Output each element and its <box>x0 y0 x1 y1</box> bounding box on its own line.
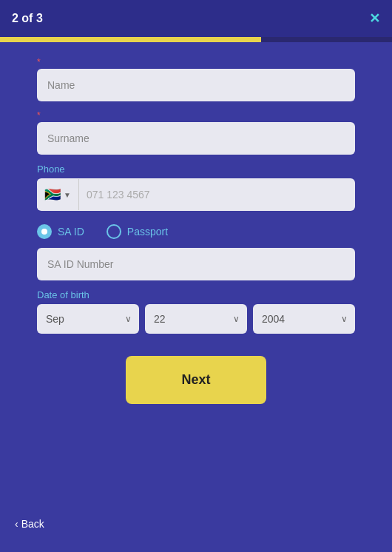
passport-radio-circle <box>107 224 121 239</box>
id-radio-group: SA ID Passport <box>37 224 355 239</box>
name-required-star: * <box>37 57 355 67</box>
day-select[interactable]: 123 456 789 101112 131415 161718 192021 … <box>145 304 247 334</box>
id-number-input[interactable] <box>37 248 355 280</box>
back-link[interactable]: ‹ Back <box>15 518 44 530</box>
flag-dropdown-arrow: ▼ <box>64 191 71 199</box>
passport-label: Passport <box>127 226 168 238</box>
phone-input-wrapper: 🇿🇦 ▼ <box>37 178 355 211</box>
surname-required-star: * <box>37 110 355 121</box>
back-chevron-icon: ‹ <box>15 518 18 530</box>
header: 2 of 3 ✕ <box>0 0 392 37</box>
name-group: * <box>37 57 355 101</box>
year-select-wrapper: 200020012002 200320042005 200620072008 <box>253 304 355 334</box>
back-label: Back <box>21 518 44 530</box>
surname-input[interactable] <box>37 122 355 155</box>
phone-label: Phone <box>37 164 355 175</box>
sa-id-radio-circle <box>37 224 52 239</box>
next-button[interactable]: Next <box>126 356 266 404</box>
form-container: * * Phone 🇿🇦 ▼ SA ID Passport Date of bi… <box>0 42 392 419</box>
progress-segment-3 <box>261 37 392 42</box>
month-select[interactable]: Jan Feb Mar Apr May Jun Jul Aug Sep Oct … <box>37 304 139 334</box>
progress-segment-2 <box>131 37 262 42</box>
flag-emoji: 🇿🇦 <box>44 186 61 203</box>
page-progress-title: 2 of 3 <box>12 12 43 25</box>
surname-group: * <box>37 110 355 155</box>
id-number-group <box>37 248 355 280</box>
next-button-wrapper: Next <box>37 356 355 404</box>
year-select[interactable]: 200020012002 200320042005 200620072008 <box>253 304 355 334</box>
day-select-wrapper: 123 456 789 101112 131415 161718 192021 … <box>145 304 247 334</box>
sa-id-label: SA ID <box>58 226 84 238</box>
dob-label: Date of birth <box>37 289 355 300</box>
phone-input[interactable] <box>79 178 355 211</box>
name-input[interactable] <box>37 69 355 101</box>
progress-bar <box>0 37 392 42</box>
flag-selector[interactable]: 🇿🇦 ▼ <box>37 179 79 210</box>
phone-group: Phone 🇿🇦 ▼ <box>37 164 355 211</box>
passport-radio-option[interactable]: Passport <box>107 224 168 239</box>
close-icon[interactable]: ✕ <box>369 10 380 27</box>
sa-id-radio-option[interactable]: SA ID <box>37 224 84 239</box>
month-select-wrapper: Jan Feb Mar Apr May Jun Jul Aug Sep Oct … <box>37 304 139 334</box>
progress-segment-1 <box>0 37 131 42</box>
dob-group: Date of birth Jan Feb Mar Apr May Jun Ju… <box>37 289 355 334</box>
date-selects: Jan Feb Mar Apr May Jun Jul Aug Sep Oct … <box>37 304 355 334</box>
